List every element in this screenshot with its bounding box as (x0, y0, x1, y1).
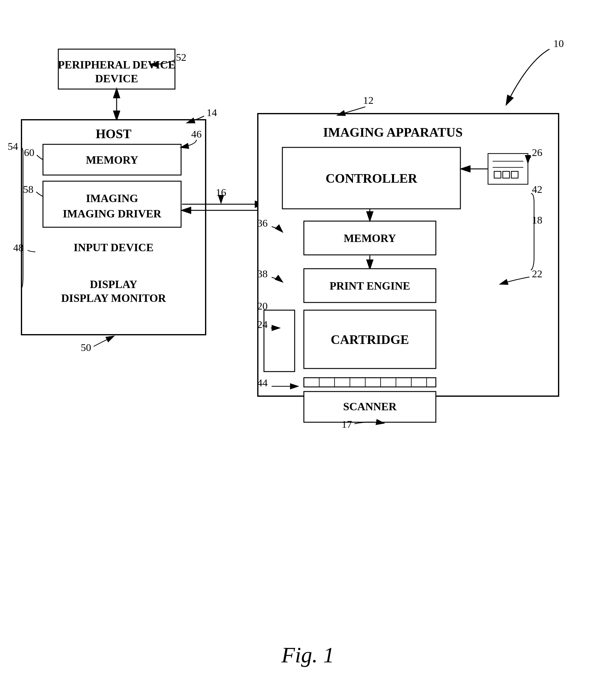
peripheral-device-label-2: DEVICE (95, 72, 138, 85)
ref-10: 10 (554, 38, 564, 49)
ref-52: 52 (176, 52, 186, 63)
input-device-label: INPUT DEVICE (74, 241, 153, 254)
controller-label: CONTROLLER (325, 171, 417, 185)
imaging-driver-label-2: IMAGING DRIVER (62, 207, 162, 220)
ref-50: 50 (81, 342, 91, 353)
ref-14: 14 (207, 107, 217, 118)
peripheral-device-label-1: PERIPHERAL DEVICE (58, 59, 175, 71)
ref-12: 12 (363, 95, 374, 106)
ref-54: 54 (8, 141, 18, 152)
cartridge-label: CARTRIDGE (331, 332, 409, 347)
arrow-10 (506, 49, 549, 105)
ref-44: 44 (257, 377, 268, 388)
display-monitor-label-1: DISPLAY (90, 278, 137, 291)
imaging-apparatus-label: IMAGING APPARATUS (323, 125, 463, 140)
ref-36: 36 (257, 217, 268, 229)
scanner-strip-1 (304, 378, 436, 387)
memory-host-label: MEMORY (86, 154, 138, 166)
cartridge-side-box (264, 310, 295, 371)
print-engine-label: PRINT ENGINE (330, 280, 410, 292)
ref-22: 22 (532, 268, 542, 279)
imaging-driver-label-1: IMAGING (86, 192, 138, 204)
ref-20: 20 (257, 300, 268, 312)
control-panel-box (488, 153, 528, 184)
ref-26: 26 (532, 147, 542, 158)
panel-button-1 (494, 171, 501, 178)
display-monitor-label-2: DISPLAY MONITOR (61, 292, 166, 304)
ref-38: 38 (257, 268, 268, 279)
ref-48: 48 (13, 242, 24, 253)
panel-button-2 (503, 171, 509, 178)
scanner-label: SCANNER (343, 400, 397, 413)
ref-58: 58 (23, 184, 34, 195)
ref-18: 18 (532, 214, 542, 226)
fig-caption: Fig. 1 (281, 643, 334, 667)
ref-46: 46 (191, 128, 202, 140)
ref-24: 24 (257, 319, 268, 330)
ref-42: 42 (532, 184, 542, 195)
diagram-container: 10 PERIPHERAL DEVICE DEVICE 52 14 HOST M… (0, 0, 616, 694)
panel-button-3 (511, 171, 518, 178)
host-label: HOST (96, 127, 132, 141)
ref-16: 16 (216, 187, 226, 198)
memory-img-label: MEMORY (344, 232, 396, 244)
ref-17: 17 (342, 419, 352, 430)
ref-60: 60 (24, 147, 34, 158)
arrow-50 (94, 336, 114, 346)
